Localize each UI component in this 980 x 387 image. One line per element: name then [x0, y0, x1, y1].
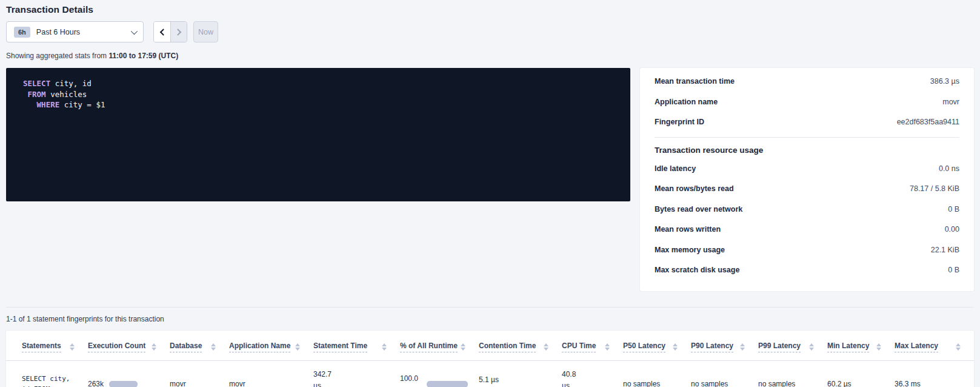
resource-value: 0.0 ns [939, 164, 959, 173]
resource-label: Max memory usage [655, 246, 725, 254]
sql-text: vehicles [46, 90, 87, 99]
summary-row-fingerprint-id: Fingerprint ID ee2df683f5aa9411 [655, 112, 959, 132]
resource-row-max-memory-usage: Max memory usage 22.1 KiB [655, 240, 959, 260]
sql-text: city, id [50, 79, 92, 88]
resource-value: 0 B [948, 205, 959, 214]
next-time-button[interactable] [170, 22, 187, 42]
application-name-cell: movr [229, 380, 313, 387]
column-header-percent-of-all-runtime[interactable]: % of All Runtime [400, 342, 479, 352]
execution-count-cell: 263k [88, 380, 170, 387]
chevron-right-icon [175, 29, 181, 35]
fingerprint-count-text: 1-1 of 1 statement fingerprints for this… [6, 315, 974, 323]
column-header-max-latency[interactable]: Max Latency [895, 342, 974, 352]
p99-latency-cell: no samples [758, 380, 827, 387]
p50-latency-cell: no samples [623, 380, 691, 387]
column-header-statement-time[interactable]: Statement Time [313, 342, 400, 352]
sort-icon[interactable] [740, 343, 745, 351]
sort-icon[interactable] [809, 343, 814, 351]
resource-value: 22.1 KiB [931, 246, 959, 254]
stats-range: 11:00 to 17:59 (UTC) [108, 52, 178, 60]
column-header-min-latency[interactable]: Min Latency [827, 342, 895, 352]
time-controls: 6h Past 6 Hours Now [6, 21, 974, 42]
resource-label: Mean rows/bytes read [655, 184, 734, 193]
column-header-statements[interactable]: Statements [22, 342, 88, 352]
summary-value: ee2df683f5aa9411 [897, 118, 959, 126]
statement-time-cell: 342.7 µs [313, 369, 400, 387]
sort-icon[interactable] [544, 343, 548, 351]
time-nav-group [153, 21, 187, 42]
resource-row-mean-rows-written: Mean rows written 0.00 [655, 219, 959, 240]
sort-icon[interactable] [605, 343, 610, 351]
section-divider [6, 307, 974, 308]
execution-count-bar [109, 381, 138, 387]
summary-row-application-name: Application name movr [655, 92, 959, 112]
column-header-execution-count[interactable]: Execution Count [88, 342, 170, 352]
column-header-p90-latency[interactable]: P90 Latency [691, 342, 758, 352]
resource-label: Mean rows written [655, 225, 721, 234]
contention-time-cell: 5.1 µs [479, 375, 562, 387]
resource-row-idle-latency: Idle latency 0.0 ns [655, 158, 959, 179]
chevron-down-icon [131, 27, 138, 34]
card-divider [655, 137, 959, 138]
table-header-row: Statements Execution Count Database Appl… [6, 331, 974, 361]
cpu-time-cell: 40.8 µs [562, 369, 623, 387]
runtime-bar [427, 381, 468, 387]
resource-row-bytes-read-over-network: Bytes read over network 0 B [655, 199, 959, 220]
sql-keyword: FROM [28, 90, 46, 99]
sql-line: SELECT city, id [23, 78, 618, 89]
sort-icon[interactable] [461, 343, 465, 351]
summary-value: 386.3 µs [930, 77, 959, 86]
sql-keyword: WHERE [37, 100, 60, 109]
sort-icon[interactable] [673, 343, 678, 351]
summary-label: Application name [655, 98, 718, 106]
table-row: SELECT city, id FROM… 263k movr movr 342… [6, 361, 974, 387]
sort-icon[interactable] [956, 343, 961, 351]
resource-label: Bytes read over network [655, 205, 742, 214]
sql-statement-box: SELECT city, id FROM vehicles WHERE city… [6, 68, 630, 201]
sql-text: city = $1 [59, 100, 105, 109]
statements-table: Statements Execution Count Database Appl… [6, 331, 974, 387]
transaction-details-page: Transaction Details 6h Past 6 Hours Now … [0, 0, 980, 387]
column-header-database[interactable]: Database [170, 342, 229, 352]
prev-time-button[interactable] [154, 22, 170, 42]
sort-icon[interactable] [382, 343, 387, 351]
page-title: Transaction Details [6, 0, 974, 15]
resource-value: 0 B [948, 266, 959, 274]
time-range-badge: 6h [14, 27, 30, 38]
column-header-contention-time[interactable]: Contention Time [479, 342, 562, 352]
max-latency-cell: 36.3 ms [895, 380, 974, 387]
transaction-summary-card: Mean transaction time 386.3 µs Applicati… [640, 68, 974, 291]
time-range-label: Past 6 Hours [36, 28, 80, 36]
sql-keyword: SELECT [23, 79, 50, 88]
now-button[interactable]: Now [193, 21, 218, 42]
column-header-p99-latency[interactable]: P99 Latency [758, 342, 827, 352]
stats-prefix: Showing aggregated stats from [6, 52, 108, 60]
resource-value: 78.17 / 5.8 KiB [910, 184, 959, 193]
sort-icon[interactable] [295, 343, 300, 351]
resource-label: Idle latency [655, 164, 696, 173]
sort-icon[interactable] [876, 343, 881, 351]
summary-row-mean-transaction-time: Mean transaction time 386.3 µs [655, 71, 959, 92]
column-header-cpu-time[interactable]: CPU Time [562, 342, 623, 352]
summary-label: Mean transaction time [655, 77, 735, 86]
column-header-application-name[interactable]: Application Name [229, 342, 313, 352]
runtime-cell: 100.0 % [400, 373, 479, 387]
sort-icon[interactable] [211, 343, 216, 351]
main-row: SELECT city, id FROM vehicles WHERE city… [6, 68, 974, 291]
time-range-dropdown[interactable]: 6h Past 6 Hours [6, 21, 144, 42]
summary-label: Fingerprint ID [655, 118, 704, 126]
min-latency-cell: 60.2 µs [827, 380, 895, 387]
p90-latency-cell: no samples [691, 380, 758, 387]
column-header-p50-latency[interactable]: P50 Latency [623, 342, 691, 352]
summary-value: movr [942, 98, 959, 106]
sql-line: WHERE city = $1 [23, 99, 618, 110]
sql-line: FROM vehicles [23, 89, 618, 100]
resource-row-mean-rows-bytes-read: Mean rows/bytes read 78.17 / 5.8 KiB [655, 178, 959, 199]
database-cell: movr [170, 380, 229, 387]
sort-icon[interactable] [70, 343, 75, 351]
resource-label: Max scratch disk usage [655, 266, 739, 274]
aggregated-stats-text: Showing aggregated stats from 11:00 to 1… [6, 52, 974, 60]
sort-icon[interactable] [152, 343, 156, 351]
statement-link[interactable]: SELECT city, id FROM… [22, 374, 88, 387]
resource-row-max-scratch-disk-usage: Max scratch disk usage 0 B [655, 260, 959, 280]
